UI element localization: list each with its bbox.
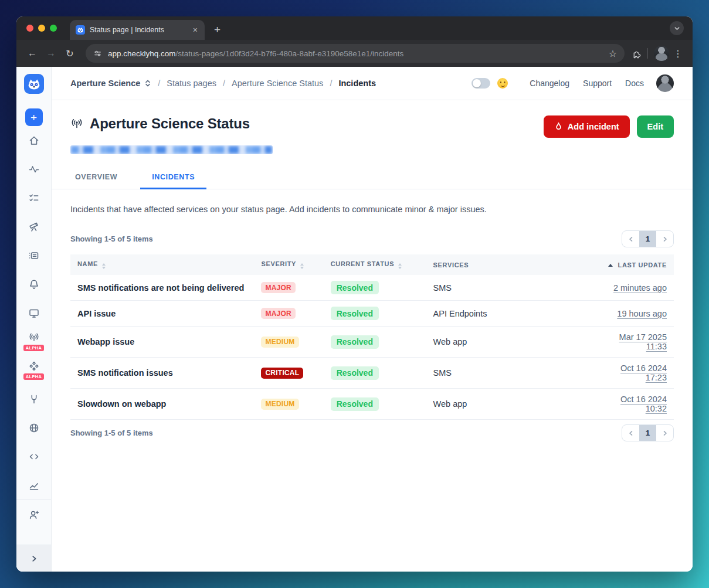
sidebar-expand-button[interactable] xyxy=(16,545,51,572)
browser-tab[interactable]: Status page | Incidents × xyxy=(70,20,205,40)
sidebar-item-checks[interactable] xyxy=(16,183,51,212)
last-update-link[interactable]: 19 hours ago xyxy=(617,309,667,318)
browser-window: Status page | Incidents × + ← → ↻ app.ch… xyxy=(16,16,693,572)
browser-menu-icon[interactable]: ⋮ xyxy=(670,48,686,59)
site-settings-icon[interactable] xyxy=(93,49,102,58)
sidebar-item-invite-user[interactable] xyxy=(16,500,51,529)
next-page-icon[interactable] xyxy=(656,425,673,441)
table-row[interactable]: API issue MAJOR Resolved API Endpoints 1… xyxy=(70,301,674,327)
user-avatar[interactable] xyxy=(656,74,674,92)
group-list-icon xyxy=(28,250,40,261)
prev-page-icon[interactable] xyxy=(622,231,639,247)
status-badge: Resolved xyxy=(331,335,379,349)
sidebar-item-dashboards[interactable] xyxy=(16,298,51,327)
page-head: Aperture Science Status Add incident Edi… xyxy=(52,100,693,138)
breadcrumb-status-pages[interactable]: Status pages xyxy=(167,79,216,88)
edit-button[interactable]: Edit xyxy=(637,115,674,138)
checklist-icon xyxy=(28,192,40,204)
support-link[interactable]: Support xyxy=(583,79,612,88)
broadcast-icon xyxy=(70,117,83,130)
sidebar-item-home[interactable] xyxy=(16,126,51,155)
alpha-badge: ALPHA xyxy=(23,373,44,380)
incidents-table: NAME SEVERITY CURRENT STATUS SERVICES LA… xyxy=(70,254,674,420)
extensions-icon[interactable] xyxy=(632,49,642,59)
table-row[interactable]: SMS notification issues CRITICAL Resolve… xyxy=(70,358,674,389)
showing-count: Showing 1-5 of 5 items xyxy=(70,429,153,437)
checkly-app: + ALPHA xyxy=(16,67,693,572)
last-update-link[interactable]: Oct 16 2024 10:32 xyxy=(620,395,667,413)
tab-overview[interactable]: OVERVIEW xyxy=(63,167,129,189)
breadcrumb-current: Incidents xyxy=(338,79,376,88)
changelog-link[interactable]: Changelog xyxy=(530,79,569,88)
col-current-status[interactable]: CURRENT STATUS xyxy=(324,254,426,275)
new-tab-button[interactable]: + xyxy=(214,23,220,40)
severity-badge: MAJOR xyxy=(261,308,296,319)
sidebar-item-analytics[interactable] xyxy=(16,471,51,499)
sidebar-item-maintenance[interactable] xyxy=(16,385,51,413)
next-page-icon[interactable] xyxy=(656,231,673,247)
last-update-link[interactable]: Mar 17 2025 11:33 xyxy=(619,332,667,351)
back-icon[interactable]: ← xyxy=(23,45,41,62)
table-row[interactable]: Slowdown on webapp MEDIUM Resolved Web a… xyxy=(70,389,674,420)
col-severity[interactable]: SEVERITY xyxy=(254,254,323,275)
sort-icon[interactable] xyxy=(102,263,106,269)
sort-icon[interactable] xyxy=(398,263,402,269)
sidebar-item-alerts[interactable] xyxy=(16,270,51,298)
tab-close-icon[interactable]: × xyxy=(192,25,199,35)
app-header: Aperture Science / Status pages / Apertu… xyxy=(52,67,693,100)
sidebar-item-monitoring[interactable] xyxy=(16,155,51,183)
tab-title: Status page | Incidents xyxy=(90,26,187,34)
sort-ascending-icon xyxy=(608,264,613,267)
create-new-button[interactable]: + xyxy=(25,108,43,126)
header-right: Changelog Support Docs xyxy=(471,74,674,92)
status-badge: Resolved xyxy=(331,397,379,411)
address-bar[interactable]: app.checklyhq.com/status-pages/1d0f3d24-… xyxy=(86,44,625,63)
sort-icon[interactable] xyxy=(300,263,304,269)
diamonds-icon xyxy=(28,361,40,372)
masked-status-page-url-link[interactable] xyxy=(70,145,273,154)
forward-icon[interactable]: → xyxy=(42,45,60,62)
bell-icon xyxy=(28,278,40,290)
breadcrumb-status-page-name[interactable]: Aperture Science Status xyxy=(232,79,323,88)
last-update-link[interactable]: 2 minutes ago xyxy=(613,283,667,293)
current-page[interactable]: 1 xyxy=(639,425,656,441)
tab-incidents[interactable]: INCIDENTS xyxy=(140,167,206,189)
list-controls-top: Showing 1-5 of 5 items 1 xyxy=(70,230,674,247)
add-incident-button[interactable]: Add incident xyxy=(544,115,630,138)
tab-search-chevron-icon[interactable] xyxy=(670,21,684,35)
reload-icon[interactable]: ↻ xyxy=(61,45,79,62)
table-row[interactable]: SMS notifications are not being delivere… xyxy=(70,275,674,301)
current-page[interactable]: 1 xyxy=(639,231,656,247)
bookmark-star-icon[interactable]: ☆ xyxy=(609,48,617,59)
col-last-update[interactable]: LAST UPDATE xyxy=(601,254,674,275)
sidebar-item-private-locations[interactable] xyxy=(16,413,51,442)
theme-toggle[interactable] xyxy=(471,78,490,89)
zoom-window-button[interactable] xyxy=(50,25,57,32)
org-switcher-icon[interactable] xyxy=(144,79,151,87)
monitor-icon xyxy=(28,307,40,319)
close-window-button[interactable] xyxy=(26,25,33,32)
checkly-logo[interactable] xyxy=(24,74,44,94)
last-update-link[interactable]: Oct 16 2024 17:23 xyxy=(620,363,667,382)
toolbar-divider xyxy=(647,48,648,59)
status-badge: Resolved xyxy=(331,366,379,380)
window-controls xyxy=(16,25,57,40)
add-user-icon xyxy=(28,509,40,521)
browser-profile-avatar[interactable] xyxy=(654,46,669,61)
prev-page-icon[interactable] xyxy=(622,425,639,441)
breadcrumb: Aperture Science / Status pages / Apertu… xyxy=(70,79,376,88)
sidebar-item-explore[interactable] xyxy=(16,212,51,241)
sidebar-item-groups[interactable] xyxy=(16,241,51,270)
breadcrumb-account[interactable]: Aperture Science xyxy=(70,79,140,88)
pagination-bottom: 1 xyxy=(622,424,674,441)
chevron-right-icon xyxy=(30,555,38,563)
sidebar-item-traces[interactable]: ALPHA xyxy=(16,356,51,385)
col-services[interactable]: SERVICES xyxy=(426,254,601,275)
col-name[interactable]: NAME xyxy=(70,254,254,275)
table-row[interactable]: Webapp issue MEDIUM Resolved Web app Mar… xyxy=(70,327,674,358)
mood-emoji-icon xyxy=(497,78,508,89)
docs-link[interactable]: Docs xyxy=(625,79,644,88)
sidebar-item-runtimes[interactable] xyxy=(16,442,51,471)
minimize-window-button[interactable] xyxy=(38,25,45,32)
sidebar-item-status-pages[interactable]: ALPHA xyxy=(16,327,51,356)
